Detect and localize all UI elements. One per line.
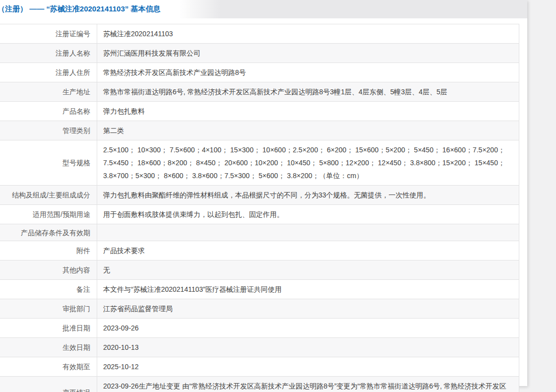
- row-label: 适用范围/预期用途: [0, 205, 97, 224]
- row-label: 有效期至: [0, 357, 97, 377]
- table-row: 注册人名称 苏州汇涵医用科技发展有限公司: [0, 44, 519, 63]
- table-row: 其他内容 无: [0, 261, 519, 280]
- row-value: 无: [97, 261, 519, 280]
- row-value: [97, 224, 519, 241]
- row-label: 批准日期: [0, 319, 97, 338]
- row-value: 常熟经济技术开发区高新技术产业园达明路8号: [97, 63, 519, 82]
- table-row: 型号规格 2.5×100； 10×300； 7.5×600；4×100； 15×…: [0, 140, 519, 186]
- row-value: 苏州汇涵医用科技发展有限公司: [97, 44, 519, 63]
- row-value: 本文件与“苏械注准20202141103”医疗器械注册证共同使用: [97, 280, 519, 299]
- row-value: 弹力包扎敷料: [97, 102, 519, 121]
- row-label: 备注: [0, 280, 97, 299]
- table-row: 管理类别 第二类: [0, 121, 519, 140]
- table-row: 审批部门 江苏省药品监督管理局: [0, 299, 519, 319]
- row-label: 注册人住所: [0, 63, 97, 82]
- registration-info-table-wrap: 注册证编号 苏械注准20202141103 注册人名称 苏州汇涵医用科技发展有限…: [0, 24, 527, 392]
- table-row: 结构及组成/主要组成成分 弹力包扎敷料由聚酯纤维的弹性材料组成，本品根据尺寸的不…: [0, 186, 519, 205]
- table-row: 有效期至 2025-10-12: [0, 357, 519, 377]
- row-label: 审批部门: [0, 299, 97, 319]
- row-value: 第二类: [97, 121, 519, 140]
- table-row: 变更情况 2023-09-26生产地址变更 由“常熟经济技术开发区高新技术产业园…: [0, 377, 519, 392]
- row-value: 2.5×100； 10×300； 7.5×600；4×100； 15×300； …: [97, 140, 519, 186]
- row-value: 弹力包扎敷料由聚酯纤维的弹性材料组成，本品根据尺寸的不同，分为33个规格。无菌提…: [97, 186, 519, 205]
- table-row: 批准日期 2023-09-26: [0, 319, 519, 338]
- row-value: 苏械注准20202141103: [97, 24, 519, 44]
- table-row: 产品储存条件及有效期: [0, 224, 519, 241]
- table-row: 适用范围/预期用途 用于创面敷料或肢体提供束缚力，以起到包扎、固定作用。: [0, 205, 519, 224]
- table-row: 注册人住所 常熟经济技术开发区高新技术产业园达明路8号: [0, 63, 519, 82]
- title-bar: （注册） —— “苏械注准20202141103” 基本信息: [0, 0, 527, 18]
- row-label: 管理类别: [0, 121, 97, 140]
- row-label: 附件: [0, 241, 97, 261]
- row-value: 2023-09-26: [97, 319, 519, 338]
- page-title: （注册） —— “苏械注准20202141103” 基本信息: [0, 4, 160, 14]
- table-row: 生效日期 2020-10-13: [0, 338, 519, 357]
- table-row: 生产地址 常熟市常福街道达明路6号, 常熟经济技术开发区高新技术产业园达明路8号…: [0, 82, 519, 102]
- content-panel: （注册） —— “苏械注准20202141103” 基本信息 注册证编号 苏械注…: [0, 0, 527, 386]
- table-row: 附件 产品技术要求: [0, 241, 519, 261]
- row-value: 江苏省药品监督管理局: [97, 299, 519, 319]
- table-row: 备注 本文件与“苏械注准20202141103”医疗器械注册证共同使用: [0, 280, 519, 299]
- table-row: 产品名称 弹力包扎敷料: [0, 102, 519, 121]
- row-label: 结构及组成/主要组成成分: [0, 186, 97, 205]
- row-label: 产品储存条件及有效期: [0, 224, 97, 241]
- row-label: 其他内容: [0, 261, 97, 280]
- row-value: 常熟市常福街道达明路6号, 常熟经济技术开发区高新技术产业园达明路8号3幢1层、…: [97, 82, 519, 102]
- row-label: 生产地址: [0, 82, 97, 102]
- row-value: 2023-09-26生产地址变更 由“常熟经济技术开发区高新技术产业园达明路8号…: [97, 377, 519, 392]
- row-label: 生效日期: [0, 338, 97, 357]
- registration-info-table: 注册证编号 苏械注准20202141103 注册人名称 苏州汇涵医用科技发展有限…: [0, 24, 519, 392]
- row-label: 注册人名称: [0, 44, 97, 63]
- table-row: 注册证编号 苏械注准20202141103: [0, 24, 519, 44]
- row-label: 变更情况: [0, 377, 97, 392]
- row-label: 注册证编号: [0, 24, 97, 44]
- row-value: 产品技术要求: [97, 241, 519, 261]
- row-value: 用于创面敷料或肢体提供束缚力，以起到包扎、固定作用。: [97, 205, 519, 224]
- row-value: 2020-10-13: [97, 338, 519, 357]
- row-value: 2025-10-12: [97, 357, 519, 377]
- row-label: 型号规格: [0, 140, 97, 186]
- row-label: 产品名称: [0, 102, 97, 121]
